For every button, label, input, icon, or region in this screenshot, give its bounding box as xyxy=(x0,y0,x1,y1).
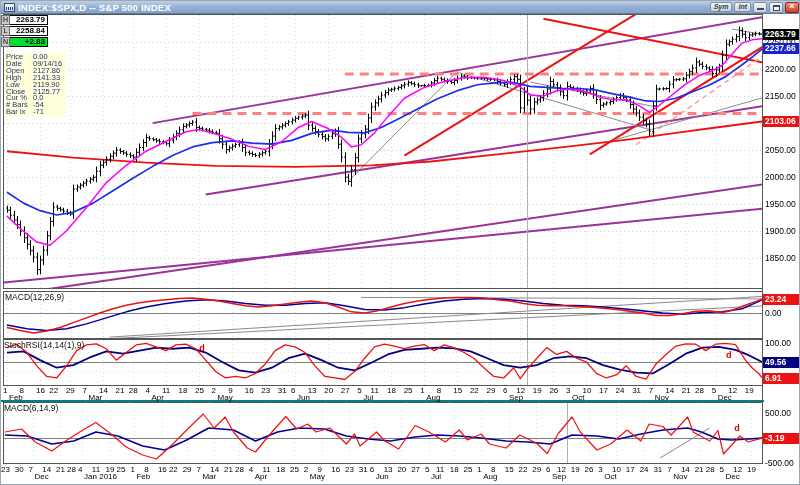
x-tick-label: 30 xyxy=(15,466,24,474)
quote-tag: N xyxy=(1,37,10,47)
x-tick-label: 25 xyxy=(195,387,204,395)
quote-row: H2263.79 xyxy=(1,15,48,25)
price-tag: 2103.06 xyxy=(763,116,800,127)
x-tick-label: 28 xyxy=(235,466,244,474)
chart-annotation: d xyxy=(734,424,740,433)
x-tick-label: 20 xyxy=(324,387,333,395)
x-tick-label: 2 xyxy=(304,466,308,474)
y-axis-label: 0.00 xyxy=(765,308,800,318)
x-tick-label: 24 xyxy=(640,466,649,474)
quote-value: +2.83 xyxy=(10,37,48,47)
x-tick-label: 5 xyxy=(719,466,723,474)
x-month-label: May xyxy=(310,473,325,481)
x-month-label: Apr xyxy=(151,394,163,402)
x-month-label: Dec xyxy=(718,394,732,402)
x-month-label: Dec xyxy=(35,473,49,481)
quote-row: L2258.84 xyxy=(1,26,48,36)
x-tick-label: 31 xyxy=(632,387,641,395)
x-tick-label: 16 xyxy=(36,387,45,395)
quote-value: 2263.79 xyxy=(10,15,48,25)
x-tick-label: 29 xyxy=(486,387,495,395)
quote-tag: H xyxy=(1,15,10,25)
x-tick-label: 5 xyxy=(357,387,361,395)
x-tick-label: 19 xyxy=(747,466,756,474)
price-tag: 2237.66 xyxy=(763,43,800,54)
x-month-label: Oct xyxy=(572,394,584,402)
x-tick-label: 16 xyxy=(158,466,167,474)
price-tag: 49.56 xyxy=(763,357,800,368)
x-tick-label: 21 xyxy=(682,387,691,395)
x-tick-label: 24 xyxy=(616,387,625,395)
x-tick-label: 7 xyxy=(29,466,33,474)
data-window-value: -71 xyxy=(33,109,64,115)
x-tick-label: 25 xyxy=(463,466,472,474)
stochrsi-panel-label: StochRSI(14,14(1),9) xyxy=(4,341,84,350)
x-tick-label: 3 xyxy=(566,387,570,395)
x-tick-label: 25 xyxy=(290,466,299,474)
x-tick-label: 1 xyxy=(420,387,424,395)
x-tick-label: 7 xyxy=(196,466,200,474)
chart-window: INDEX:$SPX,D -- S&P 500 INDEX Sym Int × … xyxy=(0,0,800,485)
x-tick-label: 20 xyxy=(397,466,406,474)
x-month-label: Aug xyxy=(426,394,440,402)
x-tick-label: 29 xyxy=(66,387,75,395)
x-month-label: Jun xyxy=(297,394,310,402)
x-month-label: Sep xyxy=(509,394,523,402)
x-tick-label: 5 xyxy=(425,466,429,474)
x-tick-label: 3 xyxy=(598,466,602,474)
x-month-label: Feb xyxy=(9,394,23,402)
x-tick-label: 31 xyxy=(278,387,287,395)
y-axis-label: 2000.00 xyxy=(765,172,800,182)
price-tag: -3.19 xyxy=(763,433,800,444)
x-tick-label: 4 xyxy=(145,387,149,395)
y-axis-label: 1950.00 xyxy=(765,199,800,209)
x-month-label: Mar xyxy=(88,394,102,402)
data-window-row: Bar Ix-71 xyxy=(6,109,64,115)
x-tick-label: 21 xyxy=(695,466,704,474)
x-tick-label: 1 xyxy=(477,466,481,474)
chart-annotation: d xyxy=(726,351,732,360)
x-tick-label: 29 xyxy=(183,466,192,474)
x-tick-label: 16 xyxy=(245,387,254,395)
macd12-panel-label: MACD(12,26,9) xyxy=(5,293,64,302)
x-month-label: Apr xyxy=(255,473,267,481)
y-axis-label: 1900.00 xyxy=(765,226,800,236)
x-tick-label: 22 xyxy=(169,466,178,474)
x-tick-label: 29 xyxy=(532,466,541,474)
quote-row: N+2.83 xyxy=(1,37,48,47)
x-tick-label: 15 xyxy=(505,466,514,474)
quote-tag: L xyxy=(1,26,10,36)
x-tick-label: 18 xyxy=(276,466,285,474)
chart-canvas[interactable] xyxy=(1,1,800,485)
x-month-label: Sep xyxy=(552,473,566,481)
y-axis-label: 2150.00 xyxy=(765,91,800,101)
x-tick-label: 23 xyxy=(1,466,10,474)
x-tick-label: 6 xyxy=(503,387,507,395)
x-tick-label: 18 xyxy=(179,387,188,395)
x-tick-label: 19 xyxy=(571,466,580,474)
x-tick-label: 28 xyxy=(706,466,715,474)
y-axis-label: 1850.00 xyxy=(765,253,800,263)
x-tick-label: 4 xyxy=(249,466,253,474)
macd6-panel-label: MACD(6,14,9) xyxy=(4,404,58,413)
x-tick-label: 6 xyxy=(291,387,295,395)
x-month-label: May xyxy=(218,394,233,402)
x-tick-label: 21 xyxy=(116,387,125,395)
x-tick-label: 5 xyxy=(712,387,716,395)
x-tick-label: 2 xyxy=(212,387,216,395)
data-window: Price0.00Date09/14/16Open2127.86High2141… xyxy=(4,53,66,117)
x-tick-label: 31 xyxy=(653,466,662,474)
x-tick-label: 18 xyxy=(450,466,459,474)
x-tick-label: 18 xyxy=(387,387,396,395)
y-axis-label: -500.00 xyxy=(765,458,800,468)
x-month-label: Oct xyxy=(604,473,616,481)
x-tick-label: 19 xyxy=(533,387,542,395)
x-tick-label: 27 xyxy=(341,387,350,395)
price-tag: 2263.79 xyxy=(763,29,800,40)
x-tick-label: 17 xyxy=(599,387,608,395)
x-month-label: Mar xyxy=(202,473,216,481)
x-tick-label: 28 xyxy=(129,387,138,395)
x-tick-label: 4 xyxy=(78,466,82,474)
x-tick-label: 27 xyxy=(411,466,420,474)
x-tick-label: 25 xyxy=(404,387,413,395)
